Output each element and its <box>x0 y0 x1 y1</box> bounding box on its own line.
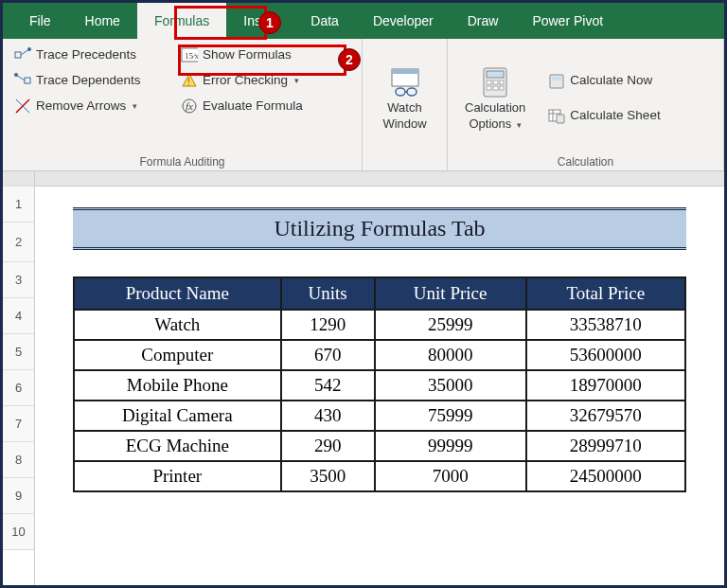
watch-window-label-1: Watch <box>387 100 421 115</box>
tab-power-pivot[interactable]: Power Pivot <box>515 3 620 39</box>
table-header-row: Product Name Units Unit Price Total Pric… <box>74 277 685 310</box>
col-header-total-price[interactable]: Total Price <box>526 277 685 310</box>
remove-arrows-button[interactable]: Remove Arrows ▾ <box>10 96 171 117</box>
cell[interactable]: 542 <box>281 370 375 401</box>
cell[interactable]: 32679570 <box>526 401 685 431</box>
cell[interactable]: 35000 <box>375 370 526 401</box>
cell[interactable]: Watch <box>74 310 281 340</box>
calculate-now-button[interactable]: Calculate Now <box>544 70 664 92</box>
watch-window-icon <box>389 66 421 98</box>
cell[interactable]: 75999 <box>375 401 526 431</box>
row-header[interactable]: 1 <box>3 187 34 223</box>
select-all-corner[interactable] <box>3 171 34 187</box>
grid-area[interactable]: Utilizing Formulas Tab Product Name Unit… <box>35 171 724 585</box>
evaluate-formula-icon: fx <box>181 98 198 115</box>
svg-rect-25 <box>493 86 498 90</box>
sheet-title: Utilizing Formulas Tab <box>73 207 686 250</box>
callout-badge-1: 1 <box>258 11 281 34</box>
watch-window-button[interactable]: Watch Window <box>373 45 435 152</box>
cell[interactable]: 18970000 <box>526 370 685 401</box>
row-header[interactable]: 7 <box>3 406 34 442</box>
cell[interactable]: 99999 <box>375 431 526 461</box>
row-header[interactable]: 4 <box>3 298 34 334</box>
svg-rect-3 <box>25 78 30 83</box>
row-header[interactable]: 5 <box>3 334 34 370</box>
calculate-now-icon <box>548 73 565 90</box>
trace-precedents-label: Trace Precedents <box>36 46 136 64</box>
tab-data[interactable]: Data <box>293 3 356 39</box>
row-header[interactable]: 10 <box>3 514 34 550</box>
trace-precedents-icon <box>14 46 31 63</box>
show-formulas-icon: 15⁄x <box>181 46 198 63</box>
svg-text:15⁄x: 15⁄x <box>185 51 198 61</box>
cell[interactable]: 25999 <box>375 310 526 340</box>
group-label-auditing: Formula Auditing <box>10 152 354 170</box>
cell[interactable]: 430 <box>281 401 375 431</box>
svg-rect-0 <box>15 52 21 58</box>
cell[interactable]: 33538710 <box>526 310 685 340</box>
cell[interactable]: 53600000 <box>526 340 685 370</box>
row-header[interactable]: 3 <box>3 262 34 298</box>
table-row: Digital Camera 430 75999 32679570 <box>74 401 685 431</box>
cell[interactable]: 28999710 <box>526 431 685 461</box>
row-header[interactable]: 9 <box>3 478 34 514</box>
cell[interactable]: Digital Camera <box>74 401 281 431</box>
chevron-down-icon: ▾ <box>133 100 137 113</box>
table-row: Computer 670 80000 53600000 <box>74 340 685 370</box>
table-row: Watch 1290 25999 33538710 <box>74 310 685 340</box>
error-checking-button[interactable]: ! Error Checking ▾ <box>177 70 347 92</box>
evaluate-formula-button[interactable]: fx Evaluate Formula <box>177 96 347 117</box>
tab-developer[interactable]: Developer <box>356 3 451 39</box>
ribbon: Trace Precedents Trace Dependents Remove… <box>3 39 724 171</box>
watch-window-label-2: Window <box>382 116 426 131</box>
column-headers-strip[interactable] <box>35 171 724 187</box>
tab-formulas[interactable]: Formulas <box>137 3 226 39</box>
group-formula-auditing: Trace Precedents Trace Dependents Remove… <box>3 39 363 170</box>
cell[interactable]: 24500000 <box>526 461 685 491</box>
svg-point-2 <box>27 47 31 51</box>
calculate-sheet-icon <box>548 107 565 124</box>
cell[interactable]: 670 <box>281 340 375 370</box>
svg-rect-20 <box>487 71 504 78</box>
cell[interactable]: 290 <box>281 431 375 461</box>
cell[interactable]: Computer <box>74 340 281 370</box>
show-formulas-label: Show Formulas <box>203 46 292 64</box>
calculate-sheet-label: Calculate Sheet <box>570 107 660 125</box>
cell[interactable]: 3500 <box>281 461 375 491</box>
tab-file[interactable]: File <box>12 3 68 39</box>
chevron-down-icon: ▾ <box>517 120 522 130</box>
callout-badge-2: 2 <box>338 48 361 71</box>
svg-rect-15 <box>392 69 418 74</box>
col-header-units[interactable]: Units <box>281 277 375 310</box>
row-header[interactable]: 8 <box>3 442 34 478</box>
remove-arrows-label: Remove Arrows <box>36 98 126 116</box>
svg-rect-28 <box>552 77 561 80</box>
col-header-product[interactable]: Product Name <box>74 277 281 310</box>
trace-dependents-button[interactable]: Trace Dependents <box>10 70 171 92</box>
show-formulas-button[interactable]: 15⁄x Show Formulas <box>177 45 347 66</box>
tab-home[interactable]: Home <box>68 3 137 39</box>
cell[interactable]: 7000 <box>375 461 526 491</box>
error-checking-icon: ! <box>181 72 198 89</box>
col-header-unit-price[interactable]: Unit Price <box>375 277 526 310</box>
row-headers: 1 2 3 4 5 6 7 8 9 10 <box>3 171 35 585</box>
table-row: Mobile Phone 542 35000 18970000 <box>74 370 685 401</box>
row-header[interactable]: 6 <box>3 370 34 406</box>
cell[interactable]: ECG Machine <box>74 431 281 461</box>
remove-arrows-icon <box>14 98 31 115</box>
trace-dependents-icon <box>14 72 31 89</box>
cell[interactable]: Printer <box>74 461 281 491</box>
calculation-options-button[interactable]: Calculation Options ▾ <box>455 45 535 152</box>
cell[interactable]: 1290 <box>281 310 375 340</box>
calculate-sheet-button[interactable]: Calculate Sheet <box>544 105 664 127</box>
cell[interactable]: 80000 <box>375 340 526 370</box>
row-header[interactable]: 2 <box>3 223 34 262</box>
tab-draw[interactable]: Draw <box>451 3 516 39</box>
group-calculation: Calculation Options ▾ Calculate Now Calc… <box>448 39 724 170</box>
data-table: Product Name Units Unit Price Total Pric… <box>73 276 686 492</box>
table-row: Printer 3500 7000 24500000 <box>74 461 685 491</box>
trace-precedents-button[interactable]: Trace Precedents <box>10 45 171 66</box>
evaluate-formula-label: Evaluate Formula <box>203 98 303 116</box>
cell[interactable]: Mobile Phone <box>74 370 281 401</box>
svg-point-16 <box>396 88 405 96</box>
